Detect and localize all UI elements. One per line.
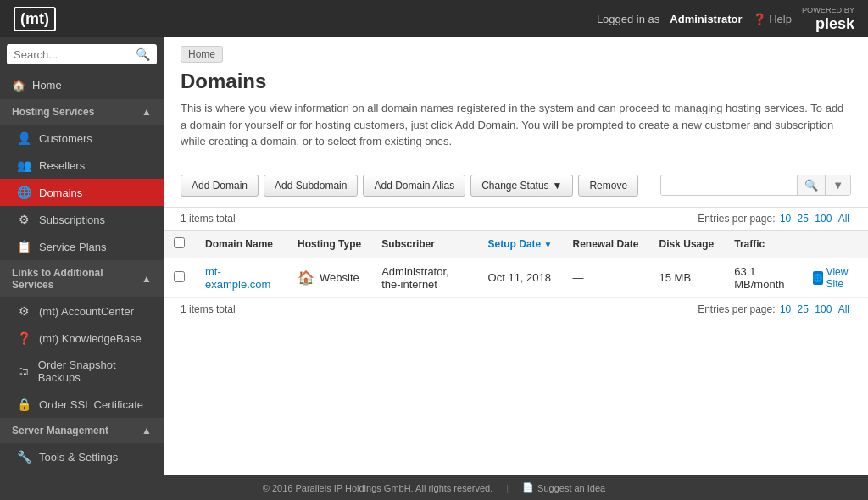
sidebar-item-resellers[interactable]: 👥 Resellers: [0, 152, 164, 179]
col-domain-name[interactable]: Domain Name: [195, 230, 287, 258]
service-plans-icon: 📋: [17, 240, 31, 253]
search-input[interactable]: [14, 48, 131, 61]
home-icon: 🏠: [12, 79, 25, 92]
sidebar-item-tools[interactable]: 🔧 Tools & Settings: [0, 443, 164, 470]
table-header-row: Domain Name Hosting Type Subscriber Setu…: [164, 230, 868, 258]
row-traffic: 63.1 MB/month: [724, 258, 802, 297]
col-disk-usage: Disk Usage: [649, 230, 725, 258]
suggest-idea-link[interactable]: 📄 Suggest an Idea: [522, 482, 605, 493]
entries-all[interactable]: All: [838, 213, 849, 225]
customers-icon: 👤: [17, 131, 31, 145]
customers-label: Customers: [39, 132, 92, 145]
subscriptions-label: Subscriptions: [39, 214, 105, 226]
sidebar-item-home[interactable]: 🏠 Home: [0, 71, 164, 99]
domains-table: Domain Name Hosting Type Subscriber Setu…: [164, 230, 868, 298]
change-status-button[interactable]: Change Status ▼: [470, 175, 573, 197]
sidebar-item-subscriptions[interactable]: ⚙ Subscriptions: [0, 206, 164, 233]
nav-right: Logged in as Administrator ❓ Help POWERE…: [597, 4, 854, 34]
entries-per-page-top: Entries per page: 10 25 100 All: [698, 213, 851, 225]
entries-10[interactable]: 10: [780, 213, 791, 225]
knowledge-base-icon: ❓: [17, 331, 31, 345]
add-subdomain-button[interactable]: Add Subdomain: [264, 175, 358, 197]
sidebar-item-service-plans[interactable]: 📋 Service Plans: [0, 233, 164, 260]
tools-icon: 🔧: [17, 450, 31, 464]
ssl-label: Order SSL Certificate: [39, 398, 143, 411]
suggest-icon: 📄: [522, 482, 534, 493]
col-traffic: Traffic: [724, 230, 802, 258]
sidebar-item-domains[interactable]: 🌐 Domains: [0, 179, 164, 206]
top-navbar: (mt) Logged in as Administrator ❓ Help P…: [0, 0, 868, 37]
add-domain-alias-button[interactable]: Add Domain Alias: [363, 175, 465, 197]
col-actions: [803, 230, 868, 258]
table-search-input[interactable]: [661, 176, 797, 195]
entries-100[interactable]: 100: [815, 213, 832, 225]
entries-all-bottom[interactable]: All: [838, 303, 849, 315]
sidebar-item-account-center[interactable]: ⚙ (mt) AccountCenter: [0, 297, 164, 325]
row-view-site: 🌐 View Site: [803, 258, 868, 297]
entries-100-bottom[interactable]: 100: [815, 303, 832, 315]
sidebar-item-ssl[interactable]: 🔒 Order SSL Certificate: [0, 391, 164, 418]
hosting-section-label: Hosting Services: [12, 106, 94, 118]
search-wrap[interactable]: 🔍: [7, 44, 157, 64]
account-center-label: (mt) AccountCenter: [39, 305, 134, 318]
sidebar-section-hosting[interactable]: Hosting Services ▲: [0, 99, 164, 125]
copyright: © 2016 Parallels IP Holdings GmbH. All r…: [263, 483, 492, 493]
hosting-type-label: Website: [320, 271, 359, 284]
view-site-link[interactable]: 🌐 View Site: [813, 266, 858, 290]
breadcrumb-home[interactable]: Home: [181, 46, 223, 63]
sidebar: 🔍 🏠 Home Hosting Services ▲ 👤 Customers …: [0, 37, 164, 475]
entries-25[interactable]: 25: [798, 213, 809, 225]
col-hosting-type: Hosting Type: [287, 230, 371, 258]
items-total-bottom: 1 items total Entries per page: 10 25 10…: [164, 298, 868, 320]
col-setup-date[interactable]: Setup Date ▼: [478, 230, 563, 258]
table-body: mt-example.com 🏠 Website Administrator, …: [164, 258, 868, 297]
links-section-chevron: ▲: [142, 273, 152, 285]
entries-25-bottom[interactable]: 25: [798, 303, 809, 315]
entries-label-bottom: Entries per page:: [698, 303, 775, 315]
account-center-icon: ⚙: [17, 304, 31, 318]
snapshot-icon: 🗂: [17, 364, 30, 378]
content-area: Home Domains This is where you view info…: [164, 37, 868, 475]
sidebar-section-links[interactable]: Links to Additional Services ▲: [0, 260, 164, 297]
page-title: Domains: [164, 66, 868, 100]
row-checkbox: [164, 258, 195, 297]
entries-10-bottom[interactable]: 10: [780, 303, 791, 315]
help-link[interactable]: ❓ Help: [753, 13, 792, 25]
knowledge-base-label: (mt) KnowledgeBase: [39, 332, 142, 345]
col-checkbox: [164, 230, 195, 258]
search-icon: 🔍: [136, 47, 150, 61]
col-renewal-date: Renewal Date: [563, 230, 649, 258]
sidebar-item-customers[interactable]: 👤 Customers: [0, 125, 164, 152]
ssl-icon: 🔒: [17, 397, 31, 411]
footer-divider: |: [506, 483, 509, 493]
resellers-label: Resellers: [39, 159, 85, 172]
domains-label: Domains: [39, 186, 82, 199]
sidebar-item-knowledge-base[interactable]: ❓ (mt) KnowledgeBase: [0, 325, 164, 352]
add-domain-button[interactable]: Add Domain: [181, 175, 259, 197]
home-label: Home: [32, 79, 62, 92]
admin-link[interactable]: Administrator: [670, 13, 742, 25]
table-search: 🔍 ▼: [660, 175, 851, 196]
col-subscriber: Subscriber: [371, 230, 477, 258]
sidebar-item-snapshot[interactable]: 🗂 Order Snapshot Backups: [0, 352, 164, 391]
domain-link[interactable]: mt-example.com: [205, 265, 270, 291]
suggest-label: Suggest an Idea: [537, 483, 605, 493]
row-hosting-type: 🏠 Website: [287, 258, 371, 297]
table-search-expand[interactable]: ▼: [825, 175, 850, 195]
row-domain: mt-example.com: [195, 258, 287, 297]
row-renewal-date: —: [563, 258, 649, 297]
search-box: 🔍: [0, 37, 164, 71]
server-section-chevron: ▲: [142, 425, 152, 436]
change-status-label: Change Status: [481, 180, 548, 192]
table-search-icon[interactable]: 🔍: [797, 175, 825, 195]
select-all-checkbox[interactable]: [174, 237, 185, 248]
sidebar-section-server[interactable]: Server Management ▲: [0, 418, 164, 443]
row-subscriber: Administrator, the-internet: [371, 258, 477, 297]
row-select-checkbox[interactable]: [174, 271, 185, 282]
page-footer: © 2016 Parallels IP Holdings GmbH. All r…: [0, 475, 868, 500]
items-count-top: 1 items total: [181, 213, 236, 225]
website-icon: 🏠: [298, 269, 314, 286]
resellers-icon: 👥: [17, 158, 31, 172]
links-section-label: Links to Additional Services: [12, 267, 142, 291]
remove-button[interactable]: Remove: [578, 175, 638, 197]
